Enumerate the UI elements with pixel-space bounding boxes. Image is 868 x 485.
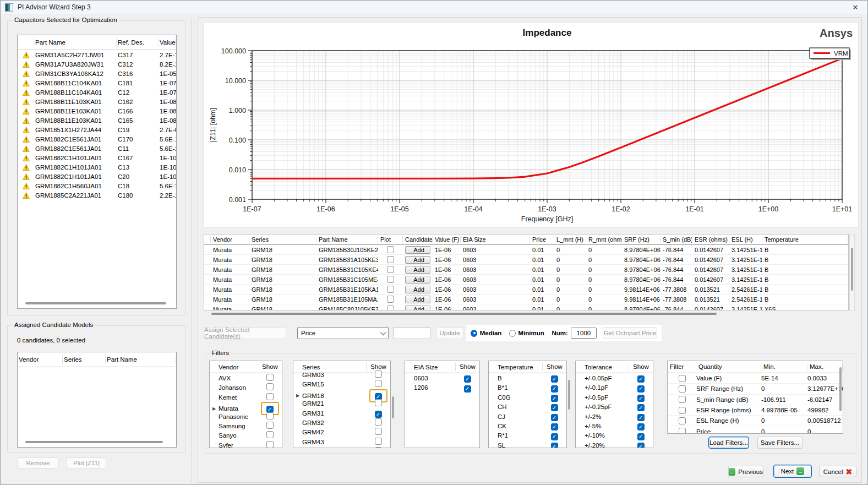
plot-checkbox[interactable] <box>387 296 394 303</box>
vendor-filter-row[interactable]: Johanson <box>210 383 282 392</box>
median-radio[interactable] <box>471 330 477 337</box>
temperature-filter-show-title[interactable]: Show <box>542 363 566 371</box>
add-candidate-button[interactable]: Add <box>405 266 430 274</box>
range-col-filter[interactable]: Filter <box>668 363 696 371</box>
temperature-filter-row[interactable]: CK✓ <box>489 421 566 430</box>
assign-candidates-button[interactable]: Assign Selected Candidate(s) <box>204 327 286 339</box>
show-checkbox[interactable] <box>266 422 274 429</box>
capacitors-col-value[interactable]: Value <box>159 37 176 47</box>
capacitor-row[interactable]: GRM1882C1H101JA01C1671E-10 <box>18 153 176 162</box>
capacitor-row[interactable]: GRM188B11E103KA01C1621E-08 <box>18 97 176 106</box>
range-filter-checkbox[interactable] <box>679 396 686 403</box>
add-candidate-button[interactable]: Add <box>405 256 430 264</box>
capacitor-row[interactable]: GRM1885C2A221JA01C1802.2E-1 <box>18 190 176 200</box>
panel-splitter[interactable] <box>191 17 194 483</box>
show-checkbox[interactable]: ✓ <box>464 375 471 383</box>
capacitors-col-part[interactable]: Part Name <box>34 37 117 47</box>
vendor-filter-row[interactable]: Kemet <box>210 393 282 402</box>
range-filter-row[interactable]: ESL Range (H)00.00518712 <box>668 416 843 426</box>
temperature-filter-row[interactable]: CJ✓ <box>489 412 566 421</box>
range-filter-row[interactable]: Value (F)5E-140.0033 <box>668 373 843 384</box>
candidate-row[interactable]: MurataGRM18GRM185B31C105ME43Add1E-060603… <box>204 275 848 285</box>
candidates-table-header[interactable]: VendorSeriesPart NamePlotCandidateValue … <box>204 235 848 245</box>
series-filter-scroll-thumb[interactable] <box>392 396 394 418</box>
temperature-filter-scroll-thumb[interactable] <box>568 380 570 410</box>
show-checkbox[interactable]: ✓ <box>551 375 558 383</box>
show-checkbox[interactable] <box>375 447 382 448</box>
candidates-col-header[interactable]: SRF (Hz) <box>622 236 660 243</box>
capacitor-row[interactable]: GRM1882C1H101JA01C201E-10 <box>18 172 176 181</box>
plot-checkbox[interactable] <box>387 246 394 253</box>
range-col-max[interactable]: Max. <box>807 363 843 371</box>
series-filter-row[interactable]: GRM31✓ <box>293 408 390 418</box>
show-checkbox[interactable] <box>375 399 382 406</box>
capacitor-row[interactable]: GRM188B11E103KA01C1651E-08 <box>18 116 176 125</box>
next-button[interactable]: Next → <box>773 465 812 478</box>
capacitors-col-icon[interactable] <box>18 37 34 47</box>
add-candidate-button[interactable]: Add <box>405 296 430 303</box>
show-checkbox[interactable] <box>266 383 274 390</box>
range-filter-scroll-thumb[interactable] <box>839 367 842 411</box>
eia-filter-title[interactable]: EIA Size <box>414 364 455 370</box>
show-checkbox[interactable] <box>375 428 382 435</box>
temperature-filter-row[interactable]: B✓ <box>489 373 566 383</box>
show-checkbox[interactable]: ✓ <box>551 385 558 393</box>
cancel-button[interactable]: Cancel ✖ <box>819 466 856 477</box>
candidate-row[interactable]: MurataGRM18GRM185B31C105KE43Add1E-060603… <box>204 265 848 275</box>
num-input[interactable]: 1000 <box>571 328 597 339</box>
show-checkbox[interactable]: ✓ <box>551 404 558 411</box>
candidates-col-header[interactable]: ESR (ohms) <box>692 236 729 243</box>
load-filters-button[interactable]: Load Filters... <box>708 437 749 449</box>
show-checkbox[interactable] <box>266 393 274 400</box>
candidates-col-header[interactable]: Candidate <box>403 236 433 243</box>
tolerance-filter-row[interactable]: +/-20%✓ <box>576 440 653 448</box>
show-checkbox[interactable]: ✓ <box>551 395 558 402</box>
capacitor-row[interactable]: GRM188B11C104KA01C1811E-07 <box>18 78 176 88</box>
candidate-row[interactable]: MurataGRM18GRM185B30J105KE25Add1E-060603… <box>204 245 848 255</box>
range-filter-row[interactable]: ESR Range (ohms)4.99788E-05499982 <box>668 405 843 416</box>
show-checkbox[interactable] <box>375 438 382 445</box>
candidates-col-header[interactable]: Part Name <box>316 236 378 243</box>
range-col-quantity[interactable]: Quantity <box>696 363 761 371</box>
vendor-filter-title[interactable]: Vendor <box>219 364 258 370</box>
eia-filter-row[interactable]: 0603✓ <box>405 373 479 383</box>
range-filter-row[interactable]: Price00 <box>668 426 843 434</box>
vendor-filter-row[interactable]: Panasonic <box>210 412 282 421</box>
add-candidate-button[interactable]: Add <box>405 286 430 293</box>
range-filter-row[interactable]: S_min Range (dB)-106.911-6.02147 <box>668 395 843 405</box>
show-checkbox[interactable]: ✓ <box>637 404 645 411</box>
candidates-vscroll[interactable] <box>849 234 855 311</box>
save-filters-button[interactable]: Save Filters... <box>757 437 803 449</box>
temperature-filter-header[interactable]: Temperature Show <box>489 361 566 373</box>
series-filter-row[interactable]: ▶GRM18✓ <box>293 389 390 399</box>
plot-checkbox[interactable] <box>387 286 394 293</box>
remove-button[interactable]: Remove <box>17 457 59 468</box>
capacitor-row[interactable]: GRM1851X1H272JA44C192.7E-0 <box>18 125 176 134</box>
candidates-col-header[interactable]: L_mnt (H) <box>554 236 586 243</box>
candidates-col-header[interactable]: Value (F) <box>433 236 461 243</box>
capacitor-row[interactable]: GRM1882C1E561JA01C115.6E-1 <box>18 144 176 153</box>
show-checkbox[interactable]: ✓ <box>637 395 645 402</box>
series-filter-row[interactable]: GRM21 <box>293 399 390 408</box>
series-filter-row[interactable]: GRM03 <box>293 370 390 379</box>
capacitors-col-ref[interactable]: Ref. Des. <box>117 37 159 47</box>
close-icon[interactable]: ✕ <box>848 3 863 12</box>
vendor-filter-row[interactable]: Samsung <box>210 421 282 430</box>
show-checkbox[interactable]: ✓ <box>637 385 645 393</box>
tolerance-filter-row[interactable]: +/-0.1pF✓ <box>576 383 653 392</box>
temperature-filter-row[interactable]: CH✓ <box>489 402 566 411</box>
temperature-filter-row[interactable]: R*1✓ <box>489 430 566 440</box>
range-filter-row[interactable]: SRF Range (Hz)03.12677E+10 <box>668 384 843 394</box>
eia-filter-row[interactable]: 1206✓ <box>405 383 479 392</box>
series-filter-title[interactable]: Series <box>302 364 366 370</box>
add-candidate-button[interactable]: Add <box>405 276 430 284</box>
capacitors-table-header[interactable]: Part Name Ref. Des. Value <box>18 35 176 50</box>
plot-checkbox[interactable] <box>387 276 394 283</box>
candidate-row[interactable]: MurataGRM18GRM185B31E105MA12Add1E-060603… <box>204 295 848 304</box>
show-checkbox[interactable]: ✓ <box>551 443 558 448</box>
series-filter-row[interactable]: GRM43 <box>293 437 390 446</box>
tolerance-filter-row[interactable]: +/-5%✓ <box>576 421 653 430</box>
range-filter-header[interactable]: Filter Quantity Min. Max. <box>668 361 843 373</box>
candidates-col-header[interactable]: Vendor <box>211 236 249 243</box>
vendor-filter-show-title[interactable]: Show <box>258 363 282 371</box>
